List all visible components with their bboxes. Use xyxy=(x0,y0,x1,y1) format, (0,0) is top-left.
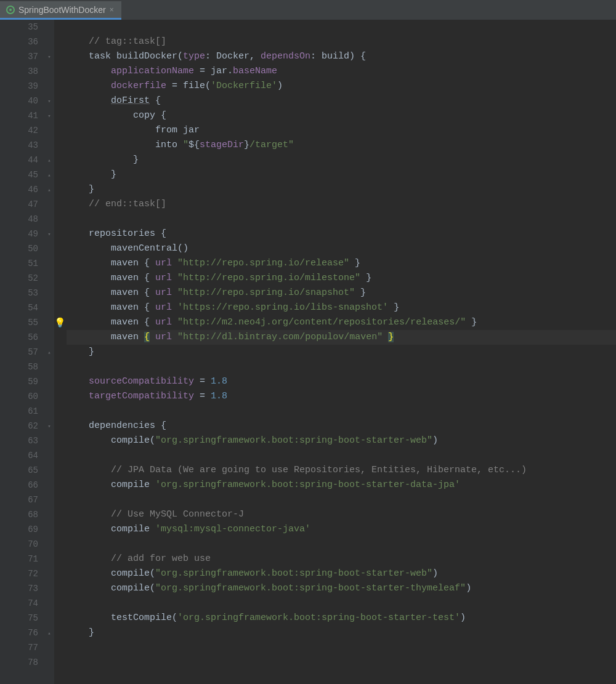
fold-marker xyxy=(44,212,54,227)
code-line[interactable] xyxy=(67,212,616,227)
line-number: 69 xyxy=(0,522,38,537)
token xyxy=(383,332,388,342)
code-line[interactable]: } xyxy=(67,182,616,197)
code-line[interactable]: maven { url "http://repo.spring.io/relea… xyxy=(67,256,616,271)
code-line[interactable] xyxy=(67,493,616,507)
fold-column[interactable]: ▾▾▾▴▴▴▾▴▾▴ xyxy=(44,20,54,684)
token: ) xyxy=(432,435,438,446)
code-line[interactable]: dockerfile = file('Dockerfile') xyxy=(67,79,616,94)
intention-bulb-icon xyxy=(54,64,65,79)
fold-marker[interactable]: ▾ xyxy=(44,419,54,433)
token: compile( xyxy=(67,435,155,446)
code-line[interactable]: repositories { xyxy=(67,227,616,241)
line-number: 62 xyxy=(0,419,38,433)
token: "http://repo.spring.io/snapshot" xyxy=(177,288,355,298)
fold-marker xyxy=(44,20,54,34)
fold-marker[interactable]: ▴ xyxy=(44,182,54,197)
code-line[interactable]: } xyxy=(67,153,616,167)
token: compile( xyxy=(67,568,155,579)
code-line[interactable]: applicationName = jar.baseName xyxy=(67,64,616,79)
code-line[interactable] xyxy=(67,20,616,34)
code-line[interactable] xyxy=(67,596,616,611)
token xyxy=(67,199,89,209)
code-line[interactable] xyxy=(67,360,616,374)
token: } xyxy=(67,155,139,165)
code-line[interactable]: mavenCentral() xyxy=(67,241,616,256)
token: from jar xyxy=(67,125,200,135)
code-line[interactable]: compile("org.springframework.boot:spring… xyxy=(67,433,616,448)
line-number: 38 xyxy=(0,64,38,79)
code-line[interactable]: maven { url "http://repo.spring.io/snaps… xyxy=(67,286,616,300)
code-line[interactable]: compile 'org.springframework.boot:spring… xyxy=(67,478,616,493)
token: // JPA Data (We are going to use Reposit… xyxy=(111,465,527,475)
intention-bulb-icon xyxy=(54,20,65,34)
code-line[interactable] xyxy=(67,537,616,552)
code-line[interactable]: maven { url 'https://repo.spring.io/libs… xyxy=(67,300,616,315)
fold-marker xyxy=(44,256,54,271)
token: } xyxy=(67,347,94,357)
fold-marker[interactable]: ▴ xyxy=(44,626,54,640)
code-line[interactable]: } xyxy=(67,167,616,182)
intention-column[interactable]: 💡 xyxy=(54,20,65,684)
code-line[interactable]: // tag::task[] xyxy=(67,34,616,49)
intention-bulb-icon[interactable]: 💡 xyxy=(54,315,65,330)
code-line[interactable]: // add for web use xyxy=(67,552,616,566)
fold-marker xyxy=(44,286,54,300)
close-icon[interactable]: × xyxy=(110,6,114,14)
code-line[interactable]: compile("org.springframework.boot:spring… xyxy=(67,566,616,581)
token: } xyxy=(466,317,477,328)
code-line[interactable]: task buildDocker(type: Docker, dependsOn… xyxy=(67,49,616,64)
fold-marker[interactable]: ▾ xyxy=(44,94,54,108)
fold-marker[interactable]: ▾ xyxy=(44,227,54,241)
code-line[interactable]: } xyxy=(67,626,616,640)
code-line[interactable]: maven { url "http://dl.bintray.com/popul… xyxy=(67,330,616,345)
code-line[interactable]: into "${stageDir}/target" xyxy=(67,138,616,153)
code-line[interactable]: compile 'mysql:mysql-connector-java' xyxy=(67,522,616,537)
intention-bulb-icon xyxy=(54,123,65,138)
token xyxy=(172,332,177,342)
token: "http://m2.neo4j.org/content/repositorie… xyxy=(177,317,466,328)
fold-marker xyxy=(44,596,54,611)
token xyxy=(67,36,89,47)
code-line[interactable]: from jar xyxy=(67,123,616,138)
code-line[interactable]: maven { url "http://m2.neo4j.org/content… xyxy=(67,315,616,330)
code-line[interactable]: maven { url "http://repo.spring.io/miles… xyxy=(67,271,616,286)
fold-marker xyxy=(44,507,54,522)
line-number: 78 xyxy=(0,655,38,670)
fold-marker xyxy=(44,581,54,596)
code-line[interactable]: // Use MySQL Connector-J xyxy=(67,507,616,522)
fold-marker xyxy=(44,389,54,404)
fold-marker[interactable]: ▴ xyxy=(44,153,54,167)
editor-tab[interactable]: SpringBootWithDocker × xyxy=(0,1,121,20)
code-line[interactable]: sourceCompatibility = 1.8 xyxy=(67,374,616,389)
code-line[interactable]: // JPA Data (We are going to use Reposit… xyxy=(67,463,616,478)
token: applicationName xyxy=(111,66,194,76)
code-line[interactable] xyxy=(67,655,616,670)
intention-bulb-icon xyxy=(54,389,65,404)
fold-marker xyxy=(44,493,54,507)
fold-marker[interactable]: ▾ xyxy=(44,108,54,123)
intention-bulb-icon xyxy=(54,419,65,433)
code-line[interactable]: testCompile('org.springframework.boot:sp… xyxy=(67,611,616,626)
code-line[interactable]: targetCompatibility = 1.8 xyxy=(67,389,616,404)
code-line[interactable]: copy { xyxy=(67,108,616,123)
token: into xyxy=(67,140,183,150)
code-line[interactable] xyxy=(67,640,616,655)
code-line[interactable]: compile("org.springframework.boot:spring… xyxy=(67,581,616,596)
code-editor[interactable]: 3536373839404142434445464748495051525354… xyxy=(0,20,616,684)
code-area[interactable]: // tag::task[] task buildDocker(type: Do… xyxy=(65,20,616,684)
fold-marker[interactable]: ▾ xyxy=(44,49,54,64)
token: /target" xyxy=(249,140,294,150)
code-line[interactable] xyxy=(67,448,616,463)
code-line[interactable]: dependencies { xyxy=(67,419,616,433)
code-line[interactable]: // end::task[] xyxy=(67,197,616,212)
intention-bulb-icon xyxy=(54,153,65,167)
line-number: 49 xyxy=(0,227,38,241)
fold-marker[interactable]: ▴ xyxy=(44,345,54,360)
code-line[interactable] xyxy=(67,404,616,419)
token: } xyxy=(355,288,366,298)
fold-marker[interactable]: ▴ xyxy=(44,167,54,182)
token: testCompile( xyxy=(67,613,177,623)
code-line[interactable]: doFirst { xyxy=(67,94,616,108)
code-line[interactable]: } xyxy=(67,345,616,360)
